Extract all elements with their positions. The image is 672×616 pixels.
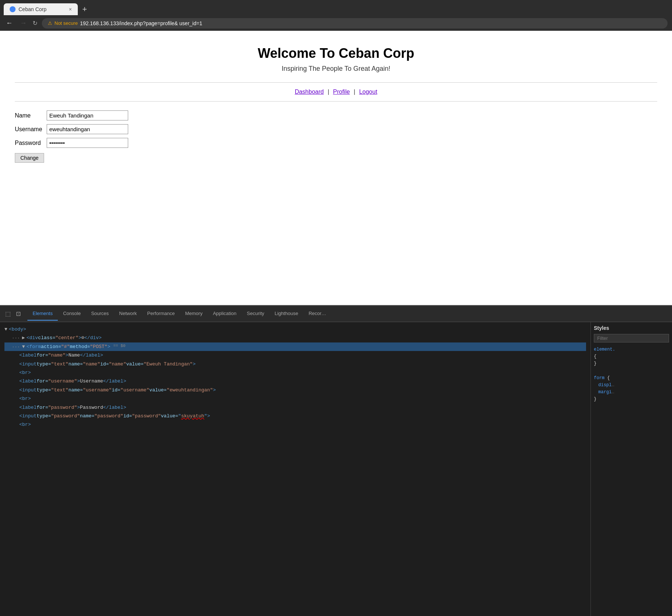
page-content: Welcome To Ceban Corp Inspiring The Peop… (0, 31, 672, 305)
styles-filter-input[interactable] (594, 334, 669, 342)
node-ellipsis: ... (12, 334, 20, 342)
form-prop1: displ… (594, 382, 669, 389)
tab-memory[interactable]: Memory (180, 307, 208, 321)
styles-panel: Styles element. { } form { displ… margi… (591, 322, 672, 616)
dom-line-br-2: <br> (4, 394, 586, 403)
dom-line-form: ... ▼ <form action="#" method="POST" > =… (4, 342, 586, 351)
username-row: Username (15, 124, 657, 134)
collapse-arrow-div[interactable]: ▶ (22, 334, 25, 342)
tab-close-button[interactable]: × (69, 6, 72, 12)
forward-button[interactable]: → (19, 18, 28, 29)
site-title: Welcome To Ceban Corp (15, 46, 657, 61)
styles-rules: element. { } form { displ… margi… } (594, 346, 669, 403)
url-bar[interactable]: ⚠ Not secure 192.168.136.133/index.php?p… (42, 18, 668, 29)
devtools-panel: ⬚ ⊡ Elements Console Sources Network Per… (0, 305, 672, 616)
url-path: /index.php?page=profile& user_id=1 (119, 20, 202, 26)
form-divider (15, 101, 657, 102)
profile-link[interactable]: Profile (333, 89, 350, 95)
tab-security[interactable]: Security (242, 307, 269, 321)
url-text: 192.168.136.133/index.php?page=profile& … (80, 20, 202, 26)
dom-line-div: ... ▶ <div class="center"> ⊙ </div> (4, 334, 586, 342)
tab-title: Ceban Corp (19, 6, 47, 12)
collapse-arrow[interactable]: ▼ (4, 325, 7, 334)
devtools-content: ▼ <body> ... ▶ <div class="center"> ⊙ </… (0, 322, 672, 616)
security-warning-icon: ⚠ (48, 20, 52, 26)
logout-link[interactable]: Logout (359, 89, 377, 95)
tab-performance[interactable]: Performance (142, 307, 180, 321)
back-button[interactable]: ← (4, 18, 14, 29)
dom-line-label-username: <label for="username" > Username </label… (4, 377, 586, 385)
dom-line-label-password: <label for="password" > Password </label… (4, 403, 586, 412)
name-row: Name (15, 110, 657, 120)
nav-separator-1: | (327, 89, 329, 95)
form-prop2: margi… (594, 389, 669, 396)
inspect-element-icon[interactable]: ⬚ (3, 309, 13, 319)
username-input[interactable] (47, 124, 128, 134)
tab-application[interactable]: Application (208, 307, 242, 321)
tab-favicon (10, 6, 16, 12)
element-brace-close: } (594, 360, 669, 367)
dom-equals-marker: == $0 (113, 342, 126, 350)
dom-line-label-name: <label for="name" > Name </label> (4, 351, 586, 360)
url-domain: 192.168.136.133 (80, 20, 119, 26)
new-tab-button[interactable]: + (79, 3, 90, 16)
nav-links: Dashboard | Profile | Logout (15, 89, 657, 95)
site-subtitle: Inspiring The People To Great Again! (15, 65, 657, 73)
dom-line-input-name: <input type="text" name="name" id="name"… (4, 360, 586, 368)
active-tab[interactable]: Ceban Corp × (4, 3, 78, 15)
element-rule: element. (594, 346, 669, 353)
dom-line-body: ▼ <body> (4, 325, 586, 334)
name-label: Name (15, 112, 44, 119)
site-header: Welcome To Ceban Corp Inspiring The Peop… (15, 38, 657, 76)
dom-line-br-3: <br> (4, 420, 586, 429)
form-rule: form { (594, 375, 669, 382)
change-button[interactable]: Change (15, 153, 44, 163)
address-bar: ← → ↻ ⚠ Not secure 192.168.136.133/index… (0, 16, 672, 31)
tab-network[interactable]: Network (114, 307, 142, 321)
password-value-exposed: skuyatuh (181, 412, 204, 420)
tab-recorder[interactable]: Recor… (303, 307, 332, 321)
element-brace-open: { (594, 353, 669, 360)
profile-form: Name Username Password Change (15, 107, 657, 169)
tab-console[interactable]: Console (58, 307, 86, 321)
nav-separator-2: | (354, 89, 355, 95)
header-divider (15, 82, 657, 83)
tab-lighthouse[interactable]: Lighthouse (269, 307, 303, 321)
form-brace-close: } (594, 396, 669, 403)
tab-bar: Ceban Corp × + (0, 0, 672, 16)
dom-line-br-1: <br> (4, 368, 586, 377)
tab-elements[interactable]: Elements (27, 307, 58, 321)
password-row: Password (15, 138, 657, 148)
styles-heading: Styles (594, 325, 669, 331)
device-toolbar-icon[interactable]: ⊡ (14, 309, 23, 319)
change-row: Change (15, 152, 657, 163)
browser-chrome: Ceban Corp × + ← → ↻ ⚠ Not secure 192.16… (0, 0, 672, 31)
password-label: Password (15, 140, 44, 146)
devtools-toolbar: ⬚ ⊡ Elements Console Sources Network Per… (0, 306, 672, 322)
node-ellipsis-form: ... (12, 342, 20, 351)
collapse-arrow-form[interactable]: ▼ (22, 342, 25, 351)
password-input[interactable] (47, 138, 128, 148)
dom-line-input-username: <input type="text" name="username" id="u… (4, 386, 586, 394)
username-label: Username (15, 126, 44, 133)
tab-sources[interactable]: Sources (86, 307, 114, 321)
devtools-icon-group: ⬚ ⊡ (3, 309, 23, 319)
dom-tree-panel[interactable]: ▼ <body> ... ▶ <div class="center"> ⊙ </… (0, 322, 591, 616)
reload-button[interactable]: ↻ (33, 20, 37, 27)
not-secure-label: Not secure (54, 20, 78, 26)
name-input[interactable] (47, 110, 128, 120)
dashboard-link[interactable]: Dashboard (295, 89, 324, 95)
dom-line-input-password: <input type="password" name="password" i… (4, 412, 586, 420)
